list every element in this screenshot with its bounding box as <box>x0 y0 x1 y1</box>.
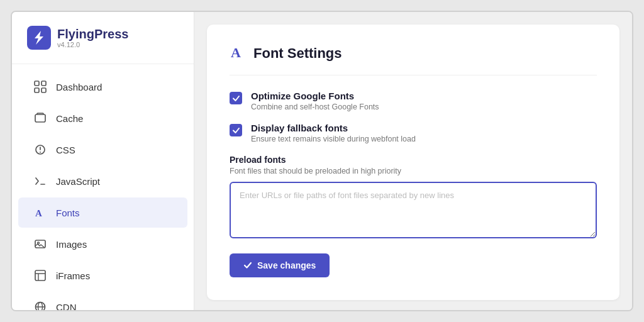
app-name: FlyingPress <box>57 27 128 41</box>
svg-point-7 <box>40 152 41 153</box>
cdn-icon <box>33 300 47 311</box>
preload-fonts-textarea[interactable] <box>230 182 597 238</box>
iframes-icon <box>33 269 47 282</box>
display-fallback-fonts-row: Display fallback fonts Ensure text remai… <box>230 123 597 143</box>
sidebar-item-dashboard[interactable]: Dashboard <box>18 72 187 102</box>
preload-fonts-label: Preload fonts <box>230 155 597 165</box>
sidebar-item-css-label: CSS <box>56 145 75 155</box>
sidebar-item-css[interactable]: CSS <box>18 135 187 165</box>
main-content: A Font Settings Optimize Google Fonts Co… <box>194 12 632 310</box>
svg-rect-3 <box>35 88 39 92</box>
page-title: Font Settings <box>253 45 342 62</box>
page-header-icon: A <box>230 43 246 64</box>
javascript-icon <box>33 174 47 188</box>
optimize-google-fonts-desc: Combine and self-host Google Fonts <box>251 103 379 111</box>
app-version: v4.12.0 <box>57 41 128 48</box>
optimize-google-fonts-label: Optimize Google Fonts <box>251 91 379 101</box>
optimize-google-fonts-text: Optimize Google Fonts Combine and self-h… <box>251 91 379 111</box>
sidebar-item-iframes[interactable]: iFrames <box>18 260 187 291</box>
sidebar-item-cdn-label: CDN <box>56 302 77 312</box>
preload-fonts-desc: Font files that should be preloaded in h… <box>230 167 597 175</box>
svg-rect-5 <box>35 114 45 122</box>
checkmark-icon <box>243 261 252 270</box>
fonts-icon: A <box>33 206 47 219</box>
page-header: A Font Settings <box>230 43 597 75</box>
css-icon <box>33 143 47 157</box>
sidebar-item-dashboard-label: Dashboard <box>56 82 102 92</box>
content-card: A Font Settings Optimize Google Fonts Co… <box>207 25 619 300</box>
optimize-google-fonts-row: Optimize Google Fonts Combine and self-h… <box>230 91 597 111</box>
svg-rect-2 <box>42 81 46 86</box>
display-fallback-fonts-label: Display fallback fonts <box>251 123 416 133</box>
sidebar-item-cdn[interactable]: CDN <box>18 292 187 311</box>
display-fallback-fonts-desc: Ensure text remains visible during webfo… <box>251 135 416 143</box>
images-icon <box>33 237 47 251</box>
sidebar-item-images-label: Images <box>56 239 87 250</box>
display-fallback-fonts-checkbox[interactable] <box>230 124 242 136</box>
svg-text:A: A <box>35 208 42 218</box>
save-changes-button[interactable]: Save changes <box>230 253 330 277</box>
svg-rect-11 <box>35 270 45 280</box>
sidebar-item-javascript-label: JavaScript <box>56 176 100 187</box>
svg-rect-4 <box>42 88 46 92</box>
optimize-google-fonts-checkbox[interactable] <box>230 92 242 104</box>
sidebar-item-javascript[interactable]: JavaScript <box>18 166 187 196</box>
sidebar: FlyingPress v4.12.0 Dashboard Cache <box>12 12 194 310</box>
sidebar-item-fonts-label: Fonts <box>56 208 80 218</box>
sidebar-item-cache-label: Cache <box>56 113 83 124</box>
dashboard-icon <box>33 80 47 94</box>
logo-area: FlyingPress v4.12.0 <box>12 12 194 64</box>
svg-text:A: A <box>231 45 241 60</box>
display-fallback-fonts-text: Display fallback fonts Ensure text remai… <box>251 123 416 143</box>
sidebar-item-images[interactable]: Images <box>18 229 187 259</box>
sidebar-item-cache[interactable]: Cache <box>18 103 187 133</box>
preload-fonts-section: Preload fonts Font files that should be … <box>230 155 597 241</box>
sidebar-item-fonts[interactable]: A Fonts <box>18 197 187 228</box>
logo-icon <box>27 26 51 50</box>
save-button-label: Save changes <box>257 260 316 270</box>
app-wrapper: FlyingPress v4.12.0 Dashboard Cache <box>11 11 633 311</box>
svg-rect-1 <box>35 81 39 86</box>
logo-text: FlyingPress v4.12.0 <box>57 27 128 48</box>
cache-icon <box>33 111 47 125</box>
sidebar-nav: Dashboard Cache CSS JavaSc <box>12 64 194 311</box>
sidebar-item-iframes-label: iFrames <box>56 270 90 281</box>
